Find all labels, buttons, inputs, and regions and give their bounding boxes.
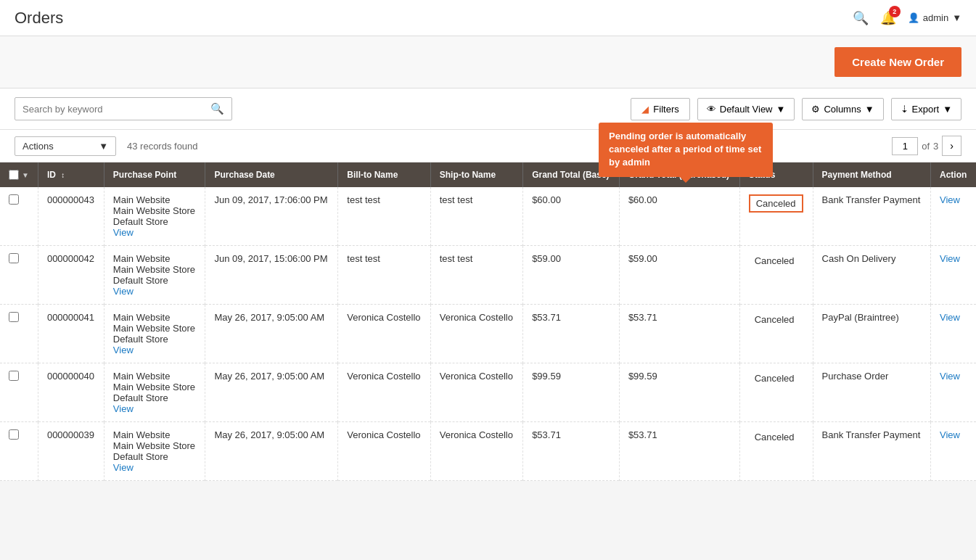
- actions-bar: Actions ▼ 43 records found Pending order…: [0, 130, 976, 162]
- status-badge: Canceled: [749, 312, 800, 327]
- cell-payment-method: PayPal (Braintree): [813, 305, 930, 363]
- filter-icon: ◢: [641, 104, 649, 115]
- actions-label: Actions: [22, 141, 54, 152]
- cell-purchase-date: May 26, 2017, 9:05:00 AM: [205, 305, 338, 363]
- th-id[interactable]: ID ↕: [38, 162, 104, 187]
- th-ship-to-name: Ship-to Name: [430, 162, 522, 187]
- store-line1: Main Website: [113, 312, 197, 323]
- store-line3: Default Store: [113, 392, 197, 403]
- columns-button[interactable]: ⚙ Columns ▼: [802, 98, 883, 120]
- select-chevron-icon[interactable]: ▼: [22, 171, 29, 179]
- cell-ship-to: Veronica Costello: [430, 363, 522, 422]
- store-view-link[interactable]: View: [113, 286, 134, 297]
- next-page-button[interactable]: ›: [942, 136, 961, 156]
- store-view-link[interactable]: View: [113, 403, 134, 414]
- store-view-link[interactable]: View: [113, 462, 134, 473]
- view-action-link[interactable]: View: [940, 194, 960, 205]
- pending-order-tooltip: Pending order is automatically canceled …: [599, 123, 773, 177]
- th-action: Action: [930, 162, 976, 187]
- table-row: 000000042 Main Website Main Website Stor…: [0, 246, 976, 305]
- export-label: Export: [912, 104, 940, 115]
- store-line2: Main Website Store: [113, 205, 197, 216]
- row-checkbox[interactable]: [9, 429, 19, 440]
- cell-bill-to: test test: [338, 246, 430, 305]
- chevron-down-icon: ▼: [865, 104, 874, 115]
- export-icon: ⇣: [901, 104, 909, 115]
- filters-button[interactable]: ◢ Filters: [631, 98, 689, 120]
- store-view-link[interactable]: View: [113, 227, 134, 238]
- search-icon[interactable]: 🔍: [210, 102, 224, 115]
- cell-action: View: [930, 187, 976, 246]
- cell-purchase-point: Main Website Main Website Store Default …: [104, 246, 205, 305]
- store-line2: Main Website Store: [113, 440, 197, 451]
- cell-status: Canceled: [739, 363, 813, 422]
- cell-status: Canceled: [739, 422, 813, 481]
- table-row: 000000043 Main Website Main Website Stor…: [0, 187, 976, 246]
- store-view-link[interactable]: View: [113, 345, 134, 355]
- select-all-column: ▼: [0, 162, 38, 187]
- cell-purchase-date: Jun 09, 2017, 15:06:00 PM: [205, 246, 338, 305]
- chevron-down-icon: ▼: [943, 104, 952, 115]
- cell-status: Canceled: [739, 187, 813, 246]
- th-purchase-point: Purchase Point: [104, 162, 205, 187]
- row-checkbox[interactable]: [9, 253, 19, 263]
- store-line2: Main Website Store: [113, 323, 197, 334]
- view-action-link[interactable]: View: [940, 312, 960, 323]
- cell-grand-total-base: $59.00: [523, 246, 620, 305]
- cell-grand-total-base: $53.71: [523, 305, 620, 363]
- table-row: 000000040 Main Website Main Website Stor…: [0, 363, 976, 422]
- top-bar: Orders 🔍 🔔 2 👤 admin ▼: [0, 0, 976, 36]
- store-line3: Default Store: [113, 216, 197, 227]
- actions-dropdown[interactable]: Actions ▼: [15, 136, 116, 156]
- cell-bill-to: Veronica Costello: [338, 422, 430, 481]
- row-checkbox-cell: [0, 246, 38, 305]
- eye-icon: 👁: [707, 104, 716, 115]
- row-checkbox[interactable]: [9, 371, 19, 381]
- cell-purchase-date: May 26, 2017, 9:05:00 AM: [205, 422, 338, 481]
- chevron-down-icon: ▼: [776, 104, 786, 115]
- create-new-order-button[interactable]: Create New Order: [834, 47, 961, 77]
- search-input[interactable]: [22, 104, 210, 115]
- records-count: 43 records found: [127, 141, 198, 152]
- notification-bell[interactable]: 🔔 2: [880, 10, 896, 26]
- notification-badge: 2: [889, 6, 901, 17]
- view-action-link[interactable]: View: [940, 371, 960, 382]
- cell-id: 000000039: [38, 422, 104, 481]
- cell-grand-total-base: $53.71: [523, 422, 620, 481]
- pagination: of 3 ›: [892, 136, 961, 156]
- cell-grand-total-purchased: $99.59: [619, 363, 739, 422]
- view-action-link[interactable]: View: [940, 253, 960, 264]
- export-button[interactable]: ⇣ Export ▼: [891, 98, 961, 120]
- select-all-checkbox[interactable]: [9, 170, 19, 180]
- status-badge: Canceled: [749, 371, 800, 386]
- cell-status: Canceled: [739, 305, 813, 363]
- chevron-down-icon: ▼: [952, 12, 961, 23]
- row-checkbox-cell: [0, 187, 38, 246]
- table-row: 000000041 Main Website Main Website Stor…: [0, 305, 976, 363]
- search-icon[interactable]: 🔍: [853, 10, 869, 26]
- store-line3: Default Store: [113, 275, 197, 286]
- view-action-link[interactable]: View: [940, 429, 960, 440]
- top-bar-right: 🔍 🔔 2 👤 admin ▼: [853, 10, 961, 26]
- row-checkbox[interactable]: [9, 194, 19, 205]
- cell-action: View: [930, 422, 976, 481]
- cell-grand-total-purchased: $53.71: [619, 422, 739, 481]
- search-box: 🔍: [15, 97, 232, 120]
- default-view-label: Default View: [720, 104, 773, 115]
- cell-action: View: [930, 246, 976, 305]
- table-header-row: ▼ ID ↕ Purchase Point Purchase Date Bill…: [0, 162, 976, 187]
- page-number-input[interactable]: [892, 137, 918, 155]
- table-row: 000000039 Main Website Main Website Stor…: [0, 422, 976, 481]
- cell-grand-total-purchased: $60.00: [619, 187, 739, 246]
- toolbar: 🔍 ◢ Filters 👁 Default View ▼ ⚙ Columns ▼…: [0, 88, 976, 130]
- admin-user-menu[interactable]: 👤 admin ▼: [908, 12, 961, 23]
- columns-label: Columns: [824, 104, 861, 115]
- row-checkbox[interactable]: [9, 312, 19, 322]
- cell-action: View: [930, 363, 976, 422]
- cell-bill-to: Veronica Costello: [338, 363, 430, 422]
- cell-id: 000000042: [38, 246, 104, 305]
- th-purchase-date: Purchase Date: [205, 162, 338, 187]
- cell-id: 000000041: [38, 305, 104, 363]
- default-view-button[interactable]: 👁 Default View ▼: [697, 98, 795, 120]
- cell-grand-total-purchased: $53.71: [619, 305, 739, 363]
